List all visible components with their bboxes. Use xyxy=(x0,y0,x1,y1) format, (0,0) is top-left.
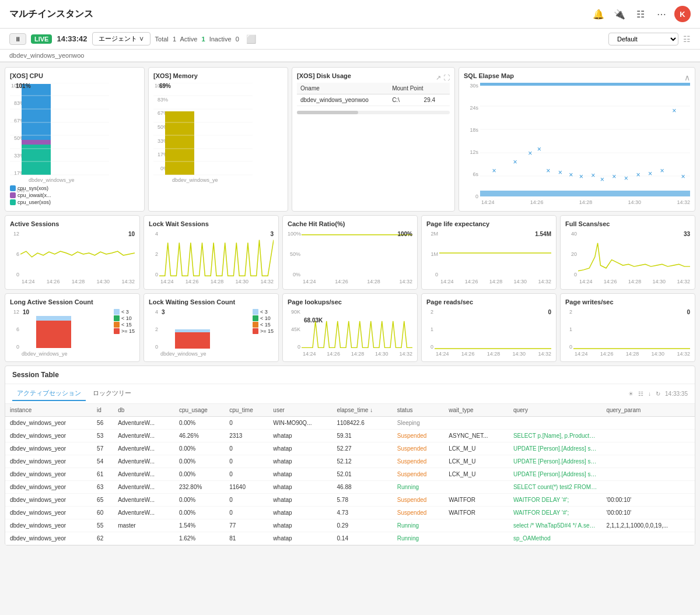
svg-text:×: × xyxy=(624,174,628,182)
disk-col-mount: Mount Point xyxy=(388,83,450,94)
col-query-param: query_param xyxy=(601,404,695,417)
long-active-content: 12 6 0 10 dbdev_windows_ye xyxy=(10,309,135,357)
svg-text:×: × xyxy=(558,168,562,177)
filter-icon[interactable]: ☀ xyxy=(628,391,634,397)
lock-wait-title: Lock Wait Sessions xyxy=(149,220,274,227)
table-row[interactable]: dbdev_windows_yeor57AdventureW...0.00%0w… xyxy=(5,442,695,455)
long-active-chart xyxy=(20,309,110,350)
grid-toggle-icon[interactable]: ⬜ xyxy=(246,34,256,44)
col-db: db xyxy=(113,404,174,417)
lock-waiting-title: Lock Waiting Session Count xyxy=(149,298,274,305)
disk-panel: [XOS] Disk Usage ↗ ⛶ Oname Mount Point d… xyxy=(292,67,455,212)
session-tab-right: ☀ ☷ ↓ ↻ 14:33:35 xyxy=(628,391,688,397)
page-lookups-chart xyxy=(302,309,412,350)
table-row[interactable]: dbdev_windows_yeor65AdventureW...0.00%0w… xyxy=(5,494,695,507)
pr-xaxis: 14:24 14:26 14:28 14:30 14:32 xyxy=(426,351,551,357)
col-elapse-time: elapse_time ↓ xyxy=(332,404,393,417)
disk-col-oname: Oname xyxy=(297,83,388,94)
table-row[interactable]: dbdev_windows_yeor55master1.54%77whatap0… xyxy=(5,519,695,532)
main-content: [XOS] CPU 100% 83% 67% 50% 33% 17% 0% 10… xyxy=(0,62,700,550)
pk-yaxis: 90K 45K 0 xyxy=(288,309,302,350)
fs-yaxis: 40 20 0 xyxy=(565,231,578,277)
table-row[interactable]: dbdev_windows_yeor56AdventureW...0.00%0W… xyxy=(5,417,695,430)
cpu-chart xyxy=(10,83,109,176)
long-active-title: Long Active Session Count xyxy=(10,298,135,305)
lw-value: 3 xyxy=(270,231,274,237)
table-row[interactable]: dbdev_windows_yeor60AdventureW...0.00%0w… xyxy=(5,507,695,519)
active-sessions-panel: Active Sessions 12 6 0 10 xyxy=(5,215,140,290)
disk-scrollbar[interactable] xyxy=(297,111,450,114)
page-reads-panel: Page reads/sec 2 1 0 0 xyxy=(421,293,556,362)
svg-text:×: × xyxy=(492,167,496,175)
page-title: マルチインスタンス xyxy=(9,8,93,20)
as-yaxis: 12 6 0 xyxy=(10,231,20,277)
page-writes-chart xyxy=(573,309,690,350)
collapse-btn[interactable]: ∧ xyxy=(684,73,690,82)
disk-title: [XOS] Disk Usage xyxy=(297,72,351,79)
disk-panel-icons: ↗ ⛶ xyxy=(436,74,450,82)
grid-icon[interactable]: ☷ xyxy=(632,6,649,22)
cpu-value: 101% xyxy=(16,83,31,89)
session-data-table: instance id db cpu_usage cpu_time user e… xyxy=(5,404,695,545)
page-writes-title: Page writes/sec xyxy=(565,298,690,305)
live-badge: LIVE xyxy=(31,34,52,44)
table-row[interactable]: dbdev_windows_yeor621.62%81whatap0.14Run… xyxy=(5,532,695,545)
header-icons: 🔔 🔌 ☷ ⋯ K xyxy=(590,6,691,22)
table-row[interactable]: dbdev_windows_yeor54AdventureW...0.00%0w… xyxy=(5,455,695,468)
col-instance: instance xyxy=(5,404,92,417)
agent-dropdown[interactable]: エージェント ∨ xyxy=(92,32,150,45)
session-timestamp: 14:33:35 xyxy=(665,391,688,397)
col-query: query xyxy=(509,404,601,417)
cache-hit-title: Cache Hit Ratio(%) xyxy=(288,220,412,227)
bell-icon[interactable]: 🔌 xyxy=(611,6,628,22)
memory-title: [XOS] Memory xyxy=(153,72,283,79)
svg-text:×: × xyxy=(569,171,573,179)
table-row[interactable]: dbdev_windows_yeor63AdventureW...232.80%… xyxy=(5,481,695,494)
svg-text:×: × xyxy=(537,145,541,153)
page-lookups-title: Page lookups/sec xyxy=(288,298,412,305)
col-cpu-time: cpu_time xyxy=(225,404,268,417)
full-scans-panel: Full Scans/sec 40 20 0 33 xyxy=(560,215,695,290)
disk-panel-header: [XOS] Disk Usage ↗ ⛶ xyxy=(297,72,450,83)
cpu-legend: cpu_sys(xos) cpu_iowait(x... cpu_user(xo… xyxy=(10,185,139,205)
svg-text:×: × xyxy=(672,107,676,115)
download-icon[interactable]: ↓ xyxy=(648,391,651,397)
cpu-title: [XOS] CPU xyxy=(10,72,139,79)
memory-value: 69% xyxy=(159,83,171,89)
disk-table: Oname Mount Point dbdev_windows_yeonwoo … xyxy=(297,83,450,106)
svg-rect-11 xyxy=(165,111,194,175)
table-row[interactable]: dbdev_windows_yeor61AdventureW...0.00%0w… xyxy=(5,468,695,481)
full-scans-chart xyxy=(578,231,690,277)
more-icon[interactable]: ⋯ xyxy=(653,6,670,22)
tab-active-session[interactable]: アクティブセッション xyxy=(12,386,86,401)
memory-xaxis: dbdev_windows_ye xyxy=(153,177,283,183)
columns-icon[interactable]: ☷ xyxy=(638,391,643,397)
pause-button[interactable]: ⏸ xyxy=(9,33,26,45)
avatar[interactable]: K xyxy=(674,6,691,22)
total-info: Total 1 Active 1 Inactive 0 xyxy=(155,36,242,43)
svg-rect-44 xyxy=(480,191,690,196)
layout-icon[interactable]: ☷ xyxy=(683,34,691,44)
pk-value: 68.03K xyxy=(304,317,323,324)
app-header: マルチインスタンス 🔔 🔌 ☷ ⋯ K xyxy=(0,0,700,29)
pl-value: 1.54M xyxy=(535,231,551,237)
pw-xaxis: 14:24 14:26 14:28 14:30 14:32 xyxy=(565,351,690,357)
breadcrumb: dbdev_windows_yeonwoo xyxy=(0,50,700,62)
lw-yaxis: 4 2 0 xyxy=(149,231,159,277)
default-dropdown[interactable]: Default xyxy=(608,33,678,45)
refresh-icon[interactable]: ↻ xyxy=(656,391,660,397)
svg-text:×: × xyxy=(648,170,652,178)
cpu-panel: [XOS] CPU 100% 83% 67% 50% 33% 17% 0% 10… xyxy=(5,67,145,212)
col-user: user xyxy=(268,404,332,417)
session-table-scroll[interactable]: instance id db cpu_usage cpu_time user e… xyxy=(5,404,695,545)
fs-xaxis: 14:24 14:26 14:28 14:30 14:32 xyxy=(565,279,690,284)
svg-text:×: × xyxy=(528,149,532,157)
table-row[interactable]: dbdev_windows_yeor53AdventureW...46.26%2… xyxy=(5,430,695,442)
sql-title: SQL Elapse Map xyxy=(464,72,514,79)
session-tabs-list: アクティブセッション ロックツリー xyxy=(12,386,136,401)
tab-lock-tree[interactable]: ロックツリー xyxy=(88,386,136,401)
expand-icon[interactable]: ↗ xyxy=(436,74,441,82)
pr-value: 0 xyxy=(548,309,551,315)
fullscreen-icon[interactable]: ⛶ xyxy=(443,74,450,82)
notification-icon[interactable]: 🔔 xyxy=(590,6,607,22)
